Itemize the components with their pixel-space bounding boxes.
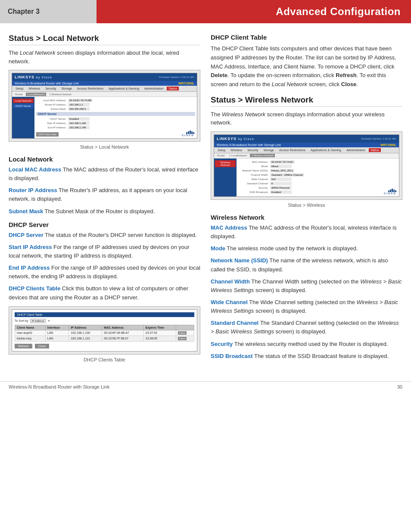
w-subnav-local[interactable]: 1 LocalNetwork [228,154,248,157]
term-w-ssidbc-text: The status of the SSID Broadcast feature… [254,353,389,359]
dhcp-refresh-btn[interactable]: Refresh [15,344,32,348]
field-router-ip-value: 192.168.1.1 [68,103,90,106]
w-stdchan-value: 6 [270,182,292,185]
page-footer: Wireless-N Broadband Router with Storage… [0,381,411,392]
dhcp-sort-row: To Sort by IP Address ▼ [15,319,194,323]
dhcp-table-screenshot: DHCP Client Table To Sort by IP Address … [9,306,200,355]
nav-access[interactable]: Access Restrictions [75,87,105,90]
local-network-intro: The Local Network screen displays inform… [9,49,200,65]
term-end-ip: End IP Address For the range of IP addre… [9,264,200,281]
term-w-stdchan: Standard Channel The Standard Channel se… [211,319,402,336]
page-title: Advanced Configuration [97,0,411,23]
dhcp-sort-select[interactable]: IP Address [30,319,46,323]
cell-del-1[interactable]: Delete [176,330,194,336]
dhcp-close-btn[interactable]: Close [35,344,50,348]
cell-exp-1: 23:37:52 [143,330,176,336]
w-nav-status[interactable]: Status [369,148,381,152]
w-ssid-label: Network Name (SSID): [238,169,268,172]
w-nav-access[interactable]: Access Restrictions [277,148,307,152]
term-w-mac: MAC Address The MAC address of the Route… [211,224,402,241]
term-dhcp-clients-label: DHCP Clients Table [9,285,60,292]
local-network-section-title: Status > Local Network [9,34,200,45]
nav-status[interactable]: Status [167,87,179,90]
dhcp-clients-table: Client Name Interface IP Address MAC Add… [15,325,194,342]
w-nav-storage[interactable]: Storage [262,148,276,152]
w-nav-security[interactable]: Security [246,148,260,152]
w-mac-value: 00:18:6C:79:7A:8C [270,160,295,164]
w-field-mac: MAC Address: 00:18:6C:79:7A:8C [238,160,397,164]
table-row: mac-wcp02 LAN 192.168.1.100 00:16:6F:09:… [15,330,194,336]
sidebar-wireless-network[interactable]: Wireless Network [215,160,236,167]
term-w-ssidbc: SSID Broadcast The status of the SSID Br… [211,352,402,361]
term-w-chwidth: Channel Width The Channel Width setting … [211,277,402,295]
w-field-security: Security: WPA2 Personal [238,186,397,190]
dhcp-table-inner: DHCP Client Table To Sort by IP Address … [12,309,197,352]
page-header: Chapter 3 Advanced Configuration [0,0,411,23]
w-mode-label: Mode: [238,165,268,168]
term-dhcp-server-text: The status of the Router's DHCP server f… [45,232,197,238]
term-w-chwidth-label: Channel Width [211,278,250,285]
nav-setup[interactable]: Setup [14,87,25,90]
router-sidebar: Local Network DHCP Server [12,97,34,138]
cell-iface-1: LAN [45,330,69,336]
w-subnav-wireless[interactable]: 1 Wireless Network [250,154,275,157]
router-main-wireless: MAC Address: 00:18:6C:79:7A:8C Mode: Mix… [237,159,399,196]
subnav-wireless[interactable]: 1 Wireless Network [48,93,73,96]
wireless-nav-bar: Setup Wireless Security Storage Access R… [214,147,399,153]
field-router-ip: Router IP Address: 192.168.1.1 [36,103,195,106]
cell-exp-2: 23:38:05 [143,336,176,341]
term-dhcp-server-label: DHCP Server [9,232,44,238]
term-subnet: Subnet Mask The Subnet Mask of the Route… [9,207,200,216]
dhcp-table-caption: DHCP Clients Table [9,357,200,362]
w-security-value: WPA2 Personal [270,186,292,190]
w-subnav-router[interactable]: Router [216,154,226,157]
term-w-stdchan-label: Standard Channel [211,320,258,326]
cell-del-2[interactable]: Delete [176,336,194,341]
wireless-product-bar: Wireless-N Broadband Router with Storage… [214,143,399,147]
subnav-local[interactable]: 1 LocalNetwork [26,93,46,96]
term-local-mac: Local MAC Address The MAC address of the… [9,165,200,183]
dhcp-clients-btn-mock[interactable]: DHCP Client Table [36,132,59,137]
wireless-sidebar: Wireless Network [214,159,237,196]
nav-wireless[interactable]: Wireless [27,87,42,90]
field-start-ip-label: Start IP Address: [36,122,66,124]
term-subnet-text: The Subnet Mask of the Router is display… [45,208,155,215]
wireless-firmware: Firmware Version: 1.00.11 WC [361,137,396,140]
field-end-ip: End IP Address: 192.168.1.149 [36,126,195,129]
w-nav-admin[interactable]: Administration [345,148,367,152]
col-action [176,325,194,330]
table-row: toisha-mcp LAN 192.168.1.101 00:15:58:7F… [15,336,194,341]
w-nav-wireless[interactable]: Wireless [229,148,244,152]
field-dhcp-status-value: Enabled [68,117,90,121]
w-chwidth-label: Channel Width: [238,174,268,176]
router-main-local: Local MAC Address: 00:18:6C:79:7A:8B Rou… [34,97,197,138]
field-start-ip: Start IP Address: 192.168.1.100 [36,121,195,125]
nav-security[interactable]: Security [44,87,58,90]
firmware-version: Firmware Version: 1.00.11 WC [159,76,194,78]
term-local-mac-label: Local MAC Address [9,166,61,173]
w-security-label: Security: [238,187,268,189]
sidebar-local-network[interactable]: Local Network [13,99,34,103]
term-w-mode: Mode The wireless mode used by the netwo… [211,244,402,253]
field-end-ip-label: End IP Address: [36,126,66,129]
dhcp-server-title: DHCP Server [9,221,200,228]
subnav-router[interactable]: Router [14,93,24,96]
nav-storage[interactable]: Storage [59,87,74,90]
col-mac-address: MAC Address [102,325,143,330]
w-mac-label: MAC Address: [238,161,268,163]
wireless-caption: Status > Wireless [211,202,402,208]
w-field-widechan: Wide Channel: N/A [238,177,397,181]
cell-iface-2: LAN [45,336,69,341]
term-dhcp-server: DHCP Server The status of the Router's D… [9,231,200,240]
router-product-bar: Wireless-N Broadband Router with Storage… [12,81,197,86]
cell-client-2: toisha-mcp [15,336,46,341]
sidebar-dhcp-server[interactable]: DHCP Server [13,104,34,108]
w-ssidbc-value: Enabled [270,190,292,194]
right-column: DHCP Client Table The DHCP Client Table … [211,34,402,368]
w-nav-apps[interactable]: Applications & Gaming [309,148,343,152]
w-nav-setup[interactable]: Setup [216,148,227,152]
field-subnet-value: 255.255.255.0 [68,107,90,111]
nav-admin[interactable]: Administration [143,87,165,90]
nav-apps[interactable]: Applications & Gaming [107,87,141,90]
local-network-screenshot: LINKSYS by Cisco Firmware Version: 1.00.… [9,70,200,142]
